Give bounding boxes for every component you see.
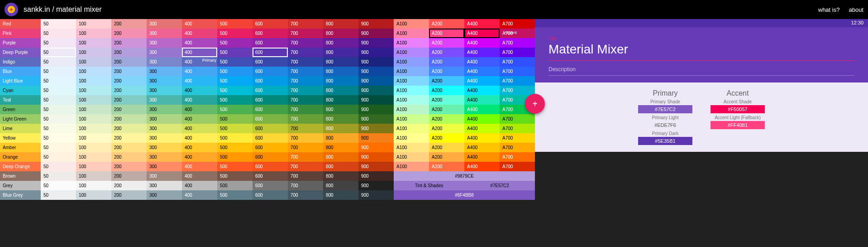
swatch[interactable]: 500 [217, 29, 253, 38]
swatch[interactable]: A200 [429, 67, 464, 76]
swatch[interactable]: 300 [147, 29, 182, 38]
swatch[interactable]: 400 [182, 133, 217, 143]
swatch[interactable]: 600 [253, 181, 288, 190]
primary-dark-chip[interactable]: #5E35B1 [638, 137, 692, 145]
swatch[interactable]: 900 [358, 162, 394, 171]
swatch[interactable]: A200 [429, 152, 464, 162]
swatch[interactable]: 700 [288, 171, 323, 181]
swatch[interactable]: 500 [217, 57, 253, 67]
swatch[interactable]: 100 [76, 162, 111, 171]
swatch[interactable]: 200 [111, 181, 147, 190]
link-whatis[interactable]: what is? [818, 6, 840, 13]
swatch[interactable]: 700 [288, 105, 323, 114]
swatch[interactable]: 900 [358, 133, 394, 143]
swatch[interactable]: A400 [464, 67, 500, 76]
swatch[interactable]: 900 [358, 114, 394, 124]
swatch[interactable]: 50 [41, 124, 76, 133]
swatch[interactable]: 700 [288, 57, 323, 67]
swatch[interactable]: 300 [147, 162, 182, 171]
swatch[interactable]: 800 [323, 124, 358, 133]
swatch[interactable]: 400 [182, 162, 217, 171]
swatch[interactable]: 100 [76, 95, 111, 105]
swatch[interactable]: 900 [358, 19, 394, 29]
swatch[interactable]: 500 [217, 114, 253, 124]
swatch[interactable]: A200 [429, 57, 464, 67]
swatch[interactable]: 400 [182, 171, 217, 181]
swatch[interactable]: 300 [147, 48, 182, 57]
swatch[interactable]: A700 [500, 19, 535, 29]
swatch[interactable]: 300 [147, 67, 182, 76]
swatch[interactable]: 200 [111, 190, 147, 200]
swatch[interactable]: A700 [500, 38, 535, 48]
swatch[interactable]: A100 [394, 38, 429, 48]
swatch[interactable]: 500 [217, 162, 253, 171]
swatch[interactable]: A700 [500, 48, 535, 57]
swatch[interactable]: 100 [76, 114, 111, 124]
swatch[interactable]: 800 [323, 67, 358, 76]
swatch[interactable]: 100 [76, 105, 111, 114]
swatch[interactable]: 800 [323, 48, 358, 57]
swatch[interactable]: 50 [41, 143, 76, 152]
swatch[interactable]: 600 [253, 48, 288, 57]
swatch[interactable]: A400Accent [464, 29, 500, 38]
swatch[interactable]: A700 [500, 124, 535, 133]
swatch[interactable]: 100 [76, 19, 111, 29]
swatch[interactable]: 900 [358, 29, 394, 38]
swatch[interactable]: 300 [147, 124, 182, 133]
swatch[interactable]: A700 [500, 133, 535, 143]
swatch[interactable]: 200 [111, 57, 147, 67]
swatch[interactable]: A400 [464, 114, 500, 124]
swatch[interactable]: 300 [147, 76, 182, 86]
swatch[interactable]: 600 [253, 152, 288, 162]
swatch[interactable]: 700 [288, 114, 323, 124]
swatch[interactable]: A200 [429, 162, 464, 171]
swatch[interactable]: A400 [464, 143, 500, 152]
swatch[interactable]: 400 [182, 114, 217, 124]
swatch[interactable]: 500 [217, 76, 253, 86]
swatch[interactable]: A400 [464, 38, 500, 48]
swatch[interactable]: 300 [147, 86, 182, 95]
swatch[interactable]: 300 [147, 95, 182, 105]
swatch[interactable]: 300 [147, 152, 182, 162]
swatch[interactable]: 800 [323, 29, 358, 38]
swatch[interactable]: 100 [76, 181, 111, 190]
swatch[interactable]: A100 [394, 105, 429, 114]
swatch[interactable]: 500 [217, 105, 253, 114]
swatch[interactable]: 100 [76, 133, 111, 143]
swatch[interactable]: 500 [217, 133, 253, 143]
swatch[interactable]: A200 [429, 133, 464, 143]
swatch[interactable]: 400 [182, 190, 217, 200]
swatch[interactable]: 100 [76, 76, 111, 86]
swatch[interactable]: 100 [76, 152, 111, 162]
swatch[interactable]: 500 [217, 67, 253, 76]
swatch[interactable]: 800 [323, 190, 358, 200]
swatch[interactable]: A200 [429, 95, 464, 105]
swatch[interactable]: 400 [182, 67, 217, 76]
swatch[interactable]: 500 [217, 181, 253, 190]
swatch[interactable]: 50 [41, 171, 76, 181]
swatch[interactable]: 50 [41, 67, 76, 76]
swatch[interactable]: 900 [358, 38, 394, 48]
swatch[interactable]: 300 [147, 143, 182, 152]
swatch[interactable]: 900 [358, 152, 394, 162]
swatch[interactable]: A700 [500, 86, 535, 95]
swatch[interactable]: 200 [111, 105, 147, 114]
swatch[interactable]: A400 [464, 162, 500, 171]
swatch[interactable]: 900 [358, 57, 394, 67]
swatch[interactable]: 800 [323, 76, 358, 86]
swatch[interactable]: 700 [288, 86, 323, 95]
swatch[interactable]: 200 [111, 133, 147, 143]
swatch[interactable]: 300 [147, 181, 182, 190]
swatch[interactable]: A400 [464, 95, 500, 105]
swatch[interactable]: 700 [288, 48, 323, 57]
swatch[interactable]: 600 [253, 95, 288, 105]
swatch[interactable]: 500 [217, 19, 253, 29]
swatch[interactable]: A700 [500, 152, 535, 162]
swatch[interactable]: 900 [358, 124, 394, 133]
swatch[interactable]: 600 [253, 67, 288, 76]
swatch[interactable]: 600 [253, 162, 288, 171]
swatch[interactable]: A100 [394, 29, 429, 38]
swatch[interactable]: 50 [41, 105, 76, 114]
swatch[interactable]: A100 [394, 76, 429, 86]
swatch[interactable]: 100 [76, 171, 111, 181]
